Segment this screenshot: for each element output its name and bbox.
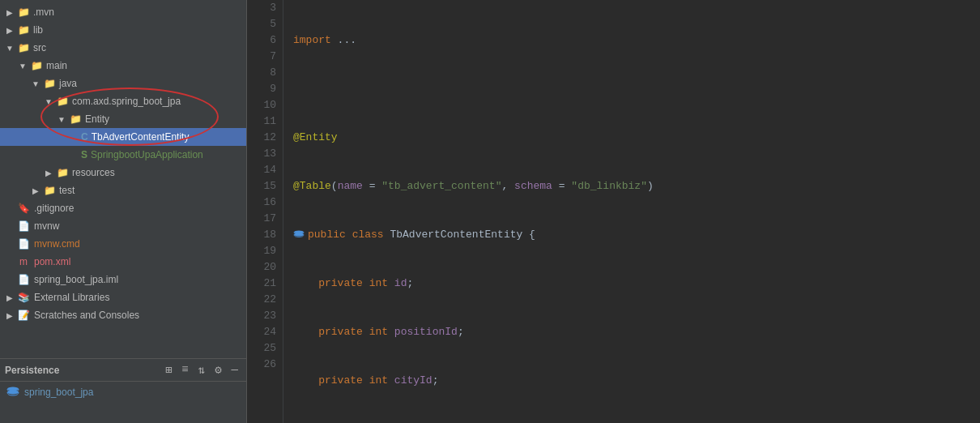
persistence-icon-minimize[interactable]: — (228, 361, 241, 378)
persistence-db-item[interactable]: spring_boot_jpa (0, 382, 246, 403)
persistence-icon-list[interactable]: ≡ (178, 361, 191, 378)
code-editor: 3 5 6 7 8 9 10 11 12 13 14 15 16 17 18 1… (247, 0, 980, 423)
tree-label: main (46, 60, 67, 71)
arrow-icon: ▶ (3, 311, 16, 320)
folder-icon: 📁 (16, 6, 31, 18)
tree-label: Entity (85, 113, 109, 125)
arrow-icon: ▼ (16, 62, 29, 70)
tree-label: SpringbootUpaApplication (91, 149, 203, 160)
folder-icon: 📁 (42, 78, 57, 89)
tree-label: mvnw.cmd (34, 238, 80, 250)
tree-label: mvnw (34, 220, 59, 232)
arrow-icon: ▶ (3, 8, 16, 17)
extlibs-icon: 📚 (16, 292, 31, 303)
folder-icon: 📁 (16, 42, 31, 53)
persistence-item-label: spring_boot_jpa (24, 387, 93, 398)
tree-item-resources[interactable]: ▶ 📁 resources (0, 164, 246, 182)
persistence-title: Persistence (5, 365, 59, 376)
tree-item-tbadvert[interactable]: C TbAdvertContentEntity (0, 128, 246, 146)
folder-icon: 📁 (16, 24, 31, 36)
entity-section: ▼ 📁 Entity C TbAdvertContentEntity S Spr… (0, 110, 246, 164)
code-line-8: public class TbAdvertContentEntity { (293, 227, 970, 243)
tree-label: Scratches and Consoles (34, 310, 139, 321)
arrow-icon: ▼ (3, 44, 16, 53)
tree-item-test[interactable]: ▶ 📁 test (0, 182, 246, 199)
persistence-icon-sort[interactable]: ⇅ (195, 361, 208, 378)
tree-label: java (59, 78, 77, 89)
tree-item-com[interactable]: ▼ 📁 com.axd.spring_boot_jpa (0, 92, 246, 110)
tree-item-lib[interactable]: ▶ 📁 lib (0, 21, 246, 39)
arrow-icon: ▼ (29, 79, 42, 88)
tree-label: com.axd.spring_boot_jpa (72, 96, 181, 107)
svg-point-1 (7, 391, 19, 395)
code-line-5 (293, 81, 970, 97)
spring-icon: S (81, 149, 87, 160)
tree-item-src[interactable]: ▼ 📁 src (0, 39, 246, 57)
code-lines: import ... @Entity @Table(name = "tb_adv… (283, 0, 980, 423)
tree-item-gitignore[interactable]: 🔖 .gitignore (0, 199, 246, 217)
code-scroll[interactable]: 3 5 6 7 8 9 10 11 12 13 14 15 16 17 18 1… (247, 0, 980, 423)
persistence-header: Persistence ⊞ ≡ ⇅ ⚙ — (0, 359, 246, 382)
sidebar: ▶ 📁 .mvn ▶ 📁 lib ▼ 📁 src ▼ 📁 main (0, 0, 247, 423)
arrow-icon: ▶ (3, 293, 16, 302)
tree-label: test (59, 185, 75, 196)
line-numbers: 3 5 6 7 8 9 10 11 12 13 14 15 16 17 18 1… (247, 0, 283, 423)
folder-icon: 📁 (42, 185, 57, 196)
folder-icon: 📁 (55, 96, 70, 107)
pom-icon: m (16, 256, 31, 267)
tree-item-mvnwcmd[interactable]: 📄 mvnw.cmd (0, 235, 246, 253)
code-line-7: @Table(name = "tb_advert_content", schem… (293, 178, 970, 194)
tree-label: External Libraries (34, 292, 109, 303)
code-line-10: private int positionId; (293, 324, 970, 340)
class-icon: C (81, 131, 88, 143)
persistence-icon-settings[interactable]: ⚙ (211, 361, 224, 378)
persistence-toolbar: ⊞ ≡ ⇅ ⚙ — (162, 361, 241, 378)
tree-item-pom[interactable]: m pom.xml (0, 253, 246, 271)
mvnw-icon: 📄 (16, 220, 31, 232)
code-line-11: private int cityId; (293, 373, 970, 389)
arrow-icon: ▶ (3, 26, 16, 35)
git-icon: 🔖 (16, 203, 31, 214)
tree-item-mvnw[interactable]: 📄 mvnw (0, 217, 246, 235)
tree-item-scratches[interactable]: ▶ 📝 Scratches and Consoles (0, 306, 246, 324)
mvnwcmd-icon: 📄 (16, 238, 31, 250)
persistence-icon-grid[interactable]: ⊞ (162, 361, 175, 378)
arrow-icon: ▶ (29, 186, 42, 195)
tree-item-java[interactable]: ▼ 📁 java (0, 75, 246, 92)
arrow-icon: ▼ (42, 97, 55, 106)
code-line-3: import ... (293, 32, 970, 49)
persistence-panel: Persistence ⊞ ≡ ⇅ ⚙ — spring_boot_jpa (0, 358, 246, 423)
tree-item-main[interactable]: ▼ 📁 main (0, 57, 246, 75)
tree-label: resources (72, 167, 115, 178)
folder-icon: 📁 (29, 60, 44, 71)
arrow-icon: ▶ (42, 169, 55, 177)
tree-label: lib (33, 24, 43, 36)
tree-item-entity[interactable]: ▼ 📁 Entity (0, 110, 246, 128)
iml-icon: 📄 (16, 274, 31, 285)
tree-item-extlibs[interactable]: ▶ 📚 External Libraries (0, 288, 246, 306)
scratches-icon: 📝 (16, 310, 31, 321)
db-icon (6, 387, 19, 398)
arrow-icon: ▼ (55, 115, 68, 124)
tree-label: src (33, 42, 46, 53)
tree-label: TbAdvertContentEntity (92, 131, 190, 143)
db-marker-icon (293, 230, 305, 240)
file-tree: ▶ 📁 .mvn ▶ 📁 lib ▼ 📁 src ▼ 📁 main (0, 0, 246, 358)
code-line-9: private int id; (293, 276, 970, 292)
folder-icon: 📁 (68, 113, 83, 125)
svg-point-3 (294, 233, 304, 237)
tree-item-mvn[interactable]: ▶ 📁 .mvn (0, 3, 246, 21)
tree-label: .gitignore (34, 203, 74, 214)
tree-item-spring-app[interactable]: S SpringbootUpaApplication (0, 146, 246, 164)
folder-icon: 📁 (55, 167, 70, 178)
tree-label: spring_boot_jpa.iml (34, 274, 118, 285)
tree-item-iml[interactable]: 📄 spring_boot_jpa.iml (0, 271, 246, 288)
tree-label: .mvn (33, 6, 54, 18)
code-line-6: @Entity (293, 130, 970, 146)
main-container: ▶ 📁 .mvn ▶ 📁 lib ▼ 📁 src ▼ 📁 main (0, 0, 980, 423)
tree-label: pom.xml (34, 256, 70, 267)
